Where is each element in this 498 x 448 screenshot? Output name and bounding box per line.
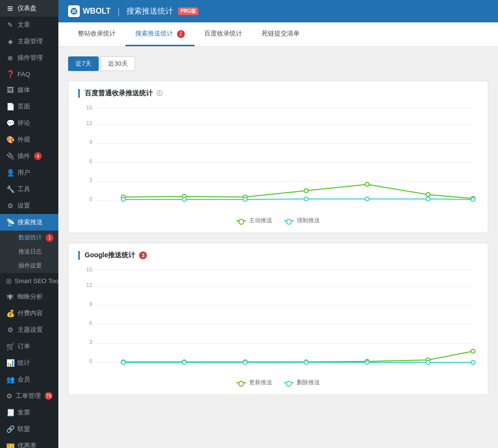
- svg-point-26: [426, 193, 430, 197]
- plugin-icon: 🔌: [6, 152, 15, 160]
- push-log-label: 推送日志: [18, 248, 42, 256]
- sidebar-item-settings[interactable]: ⚙ 设置: [0, 197, 58, 214]
- sidebar-item-label: 评论: [18, 119, 30, 127]
- tab-dead-link[interactable]: 死链提交清单: [252, 22, 309, 46]
- legend-delete-push: 删除推送: [284, 378, 320, 387]
- btn-30days[interactable]: 近30天: [101, 56, 135, 71]
- svg-point-61: [121, 360, 125, 364]
- tab-search-push-badge: 2: [177, 30, 185, 38]
- sidebar-item-comment[interactable]: 💬 评论: [0, 115, 58, 131]
- sidebar-item-page[interactable]: 📄 页面: [0, 98, 58, 115]
- sidebar-item-article[interactable]: ✎ 文章: [0, 17, 58, 33]
- sidebar-submenu: 数据统计 1 推送日志 插件设置: [0, 231, 58, 273]
- svg-text:0: 0: [89, 358, 92, 364]
- svg-text:3: 3: [89, 177, 92, 183]
- comment-icon: 💬: [6, 119, 15, 127]
- user-icon: 👤: [6, 169, 15, 177]
- legend-force-push: 强制推送: [284, 216, 320, 225]
- svg-point-62: [182, 360, 186, 364]
- order-icon: 🛒: [6, 342, 15, 350]
- sidebar-item-label: 优惠券: [18, 441, 36, 448]
- sidebar-item-label: 付费内容: [18, 309, 43, 318]
- sidebar-item-label: 主题设置: [18, 325, 43, 334]
- baidu-chart-help[interactable]: ⓘ: [157, 90, 162, 98]
- legend-dot-teal2: [284, 382, 294, 383]
- sidebar-item-dashboard[interactable]: ⊞ 仪表盘: [0, 0, 58, 17]
- tabs-bar: 整站收录统计 搜索推送统计 2 百度收录统计 死链提交清单: [58, 22, 498, 47]
- sidebar-item-paid-content[interactable]: 💰 付费内容: [0, 305, 58, 322]
- data-stats-badge: 1: [46, 234, 53, 242]
- sidebar-item-theme-settings[interactable]: ⚙ 主题设置: [0, 322, 58, 338]
- google-chart-svg: 0 3 6 9 12 15 09-18 09-19 09-20: [78, 268, 478, 365]
- svg-point-60: [471, 349, 475, 353]
- ticket-badge: 79: [45, 392, 53, 400]
- sidebar-item-plugin-settings[interactable]: 插件设置: [14, 259, 58, 273]
- svg-point-65: [365, 360, 369, 364]
- svg-text:9: 9: [89, 301, 92, 307]
- coupon-icon: 🎫: [6, 442, 15, 448]
- baidu-chart-legend: 主动推送 强制推送: [78, 216, 478, 225]
- svg-text:12: 12: [86, 282, 92, 288]
- legend-active-push: 主动推送: [236, 216, 272, 225]
- sidebar-item-label: 统计: [18, 358, 30, 367]
- tab-site-index[interactable]: 整站收录统计: [68, 22, 125, 46]
- svg-text:15: 15: [86, 268, 92, 272]
- sidebar-item-data-stats[interactable]: 数据统计 1: [14, 231, 58, 245]
- sidebar-item-appearance[interactable]: 🎨 外观: [0, 131, 58, 148]
- sidebar-item-spider[interactable]: 🕷 蜘蛛分析: [0, 288, 58, 305]
- sidebar-item-label: 用户: [18, 168, 30, 177]
- svg-text:6: 6: [89, 320, 92, 326]
- baidu-chart-title: 百度普通收录推送统计 ⓘ: [78, 89, 478, 98]
- tab-search-push[interactable]: 搜索推送统计 2: [125, 22, 195, 46]
- sidebar-item-label: 外观: [18, 135, 30, 144]
- google-chart: 0 3 6 9 12 15 09-18 09-19 09-20: [78, 268, 478, 375]
- sidebar-item-coupon[interactable]: 🎫 优惠券: [0, 437, 58, 448]
- tab-baidu-index[interactable]: 百度收录统计: [195, 22, 252, 46]
- appearance-icon: 🎨: [6, 136, 15, 143]
- dashboard-icon: ⊞: [6, 4, 15, 12]
- svg-point-33: [426, 197, 430, 201]
- sidebar-item-media[interactable]: 🖼 媒体: [0, 82, 58, 98]
- sidebar-item-label: 仪表盘: [18, 4, 36, 13]
- sidebar-item-label: 联盟: [18, 425, 30, 433]
- sidebar-item-member[interactable]: 👥 会员: [0, 371, 58, 388]
- sidebar-item-label: 会员: [18, 375, 30, 384]
- sidebar-item-statistics[interactable]: 📊 统计: [0, 355, 58, 371]
- sidebar-item-ticket[interactable]: ⚙ 工单管理 79: [0, 388, 58, 404]
- svg-point-32: [365, 197, 369, 201]
- sidebar-item-label: 搜索推送: [18, 218, 43, 227]
- svg-point-30: [243, 197, 247, 201]
- paid-content-icon: 💰: [6, 309, 15, 317]
- sidebar-item-plugin[interactable]: 🔌 插件 4: [0, 148, 58, 164]
- google-chart-badge: 3: [139, 251, 147, 259]
- sidebar-item-tool[interactable]: 🔧 工具: [0, 181, 58, 197]
- statistics-icon: 📊: [6, 359, 15, 367]
- baidu-chart: 0 3 6 9 12 15 09-18 09-19 09-20: [78, 106, 478, 213]
- legend-dot-green: [236, 220, 246, 221]
- sidebar-item-user[interactable]: 👤 用户: [0, 164, 58, 181]
- sidebar-item-label: 插件管理: [18, 54, 43, 62]
- svg-point-24: [304, 189, 308, 193]
- search-push-icon: 📡: [6, 218, 15, 226]
- theme-mgmt-icon: ◈: [6, 37, 15, 45]
- sidebar-item-faq[interactable]: ❓ FAQ: [0, 66, 58, 82]
- sidebar-item-plugin-mgmt[interactable]: ⊕ 插件管理: [0, 50, 58, 66]
- svg-text:9: 9: [89, 139, 92, 145]
- sidebar-item-push-log[interactable]: 推送日志: [14, 245, 58, 259]
- sidebar-item-order[interactable]: 🛒 订单: [0, 338, 58, 355]
- svg-text:0: 0: [89, 196, 92, 202]
- svg-point-31: [304, 197, 308, 201]
- sidebar-item-invoice[interactable]: 🧾 发票: [0, 404, 58, 421]
- svg-text:6: 6: [89, 158, 92, 164]
- sidebar-item-theme-mgmt[interactable]: ◈ 主题管理: [0, 33, 58, 50]
- btn-7days[interactable]: 近7天: [68, 56, 99, 71]
- sidebar-item-label: 页面: [18, 102, 30, 111]
- google-chart-section: Google推送统计 3 0 3 6 9 12 15: [68, 243, 488, 395]
- sidebar-item-smart-seo[interactable]: ◎ Smart SEO Tool: [0, 273, 58, 288]
- sidebar-item-label: 主题管理: [18, 37, 43, 46]
- main-area: W WBOLT | 搜索推送统计 PRO版 整站收录统计 搜索推送统计 2 百度…: [58, 0, 498, 448]
- svg-text:15: 15: [86, 106, 92, 110]
- page-header: W WBOLT | 搜索推送统计 PRO版: [58, 0, 498, 22]
- sidebar-item-search-push[interactable]: 📡 搜索推送: [0, 214, 58, 231]
- sidebar-item-alliance[interactable]: 🔗 联盟: [0, 421, 58, 437]
